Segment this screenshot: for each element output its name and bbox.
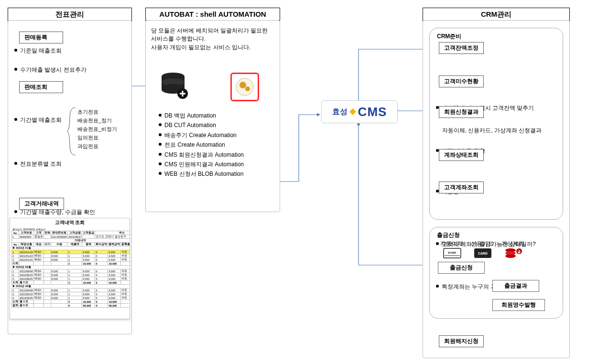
text-member-result-b: 자동이체, 신용카드, 가상계좌 신청결과	[442, 127, 542, 134]
svg-point-6	[239, 82, 246, 88]
left-panel-title: 전표관리	[8, 8, 132, 21]
brace-icon	[67, 107, 76, 155]
svg-point-7	[245, 86, 250, 91]
btn-sales-register[interactable]: 판매등록	[19, 32, 63, 43]
btn-account-status[interactable]: 계좌상태조회	[439, 149, 484, 161]
coins-arrow-icon	[504, 246, 523, 260]
btn-customer-tx[interactable]: 고객거래내역	[19, 198, 64, 210]
svg-text:BANK: BANK	[448, 251, 457, 254]
cms-prefix: 효성	[332, 107, 348, 117]
flow-receipt-issue[interactable]: 회원영수발행	[492, 299, 545, 311]
auto-web-blob: WEB 신청서 BLOB Automation	[158, 169, 244, 179]
database-plus-icon	[160, 72, 189, 100]
center-panel-title: AUTOBAT : shell AUTOMATION	[145, 8, 280, 21]
svg-text:CARD: CARD	[478, 252, 488, 255]
report-title: 고객내역 조회	[10, 218, 130, 227]
btn-cust-account[interactable]: 고객계좌조회	[439, 182, 484, 193]
center-desc-3: 사용자 개입이 필요없는 서비스 입니다.	[151, 43, 268, 52]
withdraw-title: 출금신청	[437, 231, 460, 239]
pay-auto-label: 자동이체	[440, 240, 464, 248]
diamond-icon	[349, 108, 356, 115]
svg-point-15	[505, 254, 516, 258]
btn-member-cancel[interactable]: 회원해지신청	[439, 335, 484, 347]
credit-card-icon: CARD	[473, 247, 492, 259]
center-desc-1: 당 모듈은 서버에 배치되어 일괄처리가 필요한	[151, 27, 268, 35]
center-desc: 당 모듈은 서버에 배치되어 일괄처리가 필요한 서비스를 수행합니다. 사용자…	[151, 27, 268, 52]
report-table: 출력일자: 2022/06/22 조회일자: No고객번호고객전화휴대폰번호고객…	[11, 228, 130, 308]
report-preview: 고객내역 조회 출력일자: 2022/06/22 조회일자: No고객번호고객전…	[10, 218, 130, 319]
bank-passbook-icon: BANK	[443, 247, 462, 259]
flow-withdraw-request[interactable]: 출금신청	[438, 262, 485, 274]
btn-member-result[interactable]: 회원신청결과	[439, 106, 484, 118]
gear-automation-icon	[230, 73, 259, 101]
auto-db-backup: DB 백업 Automation	[158, 111, 244, 120]
crm-ready-title: CRM준비	[437, 32, 461, 41]
slip-sub-5: 과입전표	[77, 142, 98, 150]
pay-card-label: 신용카드	[470, 240, 494, 248]
right-panel-title: CRM관리	[423, 8, 570, 21]
cms-main: CMS	[358, 105, 387, 119]
auto-slip-create: 전표 Create Automation	[158, 140, 244, 150]
slip-sub-2: 배송전표_정기	[77, 117, 112, 125]
hyosung-cms-logo: 효성 CMS	[321, 100, 398, 123]
btn-cust-balance[interactable]: 고객잔액조정	[439, 42, 484, 54]
flow-withdraw-result[interactable]: 출금결과	[492, 280, 539, 292]
auto-cms-complaint: CMS 민원해지결과 Automation	[158, 160, 244, 169]
auto-cms-member: CMS 회원신청결과 Automation	[158, 150, 244, 160]
btn-sales-inquiry[interactable]: 판매조회	[19, 81, 63, 93]
center-desc-2: 서비스를 수행합니다.	[151, 35, 268, 43]
btn-cust-receivable[interactable]: 고객미수현황	[439, 75, 484, 87]
slip-sub-1: 초기전표	[77, 108, 98, 116]
center-list: DB 백업 Automation DB CUT Automation 배송주기 …	[158, 111, 244, 179]
auto-delivery-cycle: 배송주기 Create Automation	[158, 130, 244, 140]
auto-db-cut: DB CUT Automation	[158, 120, 244, 130]
slip-sub-3: 배송전표_비정기	[77, 125, 117, 133]
slip-sub-4: 임의전표	[77, 134, 98, 142]
